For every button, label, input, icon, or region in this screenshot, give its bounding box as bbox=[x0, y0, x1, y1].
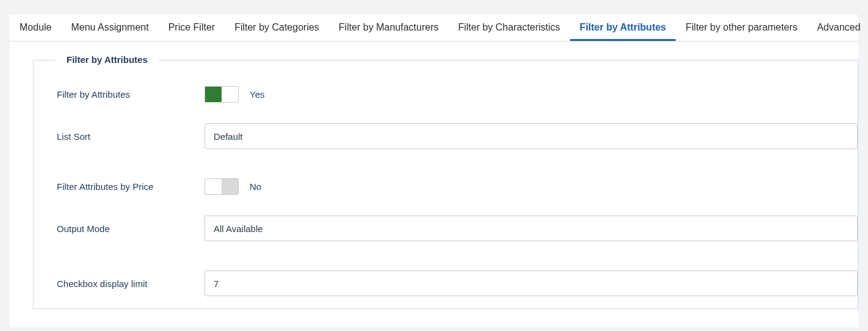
tab-module[interactable]: Module bbox=[10, 15, 61, 41]
label-checkbox-display-limit: Checkbox display limit bbox=[57, 278, 204, 289]
tab-filter-by-manufacturers[interactable]: Filter by Manufacturers bbox=[329, 15, 449, 41]
toggle-filter-by-attributes[interactable] bbox=[204, 86, 239, 103]
control-checkbox-display-limit bbox=[204, 271, 858, 296]
tab-price-filter[interactable]: Price Filter bbox=[159, 15, 225, 41]
tabs-bar: Module Menu Assignment Price Filter Filt… bbox=[10, 15, 858, 42]
tab-filter-by-other-parameters[interactable]: Filter by other parameters bbox=[676, 15, 807, 41]
row-filter-attributes-by-price: Filter Attributes by Price No bbox=[34, 178, 858, 195]
control-filter-attributes-by-price: No bbox=[204, 178, 858, 195]
select-list-sort[interactable]: Default bbox=[204, 123, 858, 149]
control-list-sort: Default bbox=[204, 123, 858, 149]
select-output-mode[interactable]: All Available bbox=[204, 216, 858, 241]
toggle-label-filter-by-attributes: Yes bbox=[250, 89, 264, 100]
row-output-mode: Output Mode All Available bbox=[34, 216, 858, 241]
tab-filter-by-attributes[interactable]: Filter by Attributes bbox=[570, 15, 676, 41]
label-output-mode: Output Mode bbox=[57, 224, 204, 234]
control-filter-by-attributes: Yes bbox=[204, 86, 858, 103]
label-filter-attributes-by-price: Filter Attributes by Price bbox=[57, 181, 204, 192]
tab-advanced[interactable]: Advanced bbox=[807, 15, 868, 41]
panel-area: Filter by Attributes Filter by Attribute… bbox=[10, 42, 858, 327]
tab-filter-by-categories[interactable]: Filter by Categories bbox=[225, 15, 329, 41]
input-checkbox-display-limit[interactable] bbox=[204, 271, 858, 296]
tab-filter-by-characteristics[interactable]: Filter by Characteristics bbox=[448, 15, 570, 41]
label-list-sort: List Sort bbox=[57, 131, 204, 142]
toggle-label-filter-attributes-by-price: No bbox=[250, 181, 261, 192]
fieldset-legend: Filter by Attributes bbox=[56, 54, 159, 65]
row-checkbox-display-limit: Checkbox display limit bbox=[34, 271, 858, 296]
label-filter-by-attributes: Filter by Attributes bbox=[57, 89, 204, 100]
fieldset-filter-by-attributes: Filter by Attributes Filter by Attribute… bbox=[33, 60, 858, 309]
control-output-mode: All Available bbox=[204, 216, 858, 241]
tab-menu-assignment[interactable]: Menu Assignment bbox=[61, 15, 158, 41]
toggle-filter-attributes-by-price[interactable] bbox=[204, 178, 239, 195]
row-filter-by-attributes: Filter by Attributes Yes bbox=[34, 86, 858, 103]
row-list-sort: List Sort Default bbox=[34, 123, 858, 149]
